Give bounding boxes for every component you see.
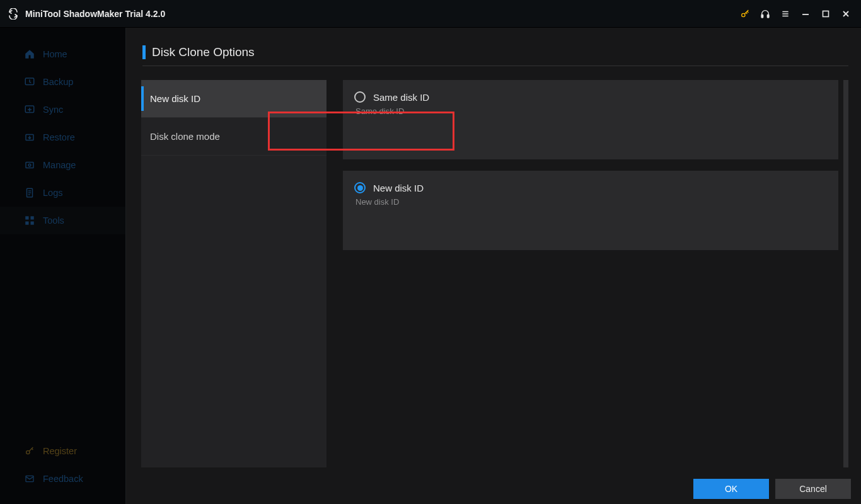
sidebar-item-home[interactable]: Home xyxy=(0,40,125,68)
headphones-icon[interactable] xyxy=(755,5,775,23)
manage-icon xyxy=(24,159,35,171)
sidebar-item-label: Restore xyxy=(43,132,75,142)
sidebar-item-restore[interactable]: Restore xyxy=(0,123,125,151)
option-description: New disk ID xyxy=(355,197,827,207)
key-icon[interactable] xyxy=(735,5,755,23)
backup-icon xyxy=(24,76,35,88)
sidebar-item-register[interactable]: Register xyxy=(0,437,125,465)
sidebar-item-label: Feedback xyxy=(43,474,83,484)
key-icon xyxy=(24,445,35,457)
radio-icon[interactable] xyxy=(354,182,366,193)
option-description: Same disk ID xyxy=(355,106,827,116)
title-bar: MiniTool ShadowMaker Trial 4.2.0 xyxy=(0,0,861,28)
ok-button[interactable]: OK xyxy=(693,479,769,499)
sidebar-item-backup[interactable]: Backup xyxy=(0,68,125,96)
sidebar-item-tools[interactable]: Tools xyxy=(0,207,125,234)
sidebar-item-label: Logs xyxy=(43,188,62,198)
sidebar-item-label: Backup xyxy=(43,77,73,87)
page-header: Disk Clone Options xyxy=(142,45,848,66)
sidebar-item-logs[interactable]: Logs xyxy=(0,179,125,207)
sidebar-item-label: Home xyxy=(43,49,67,59)
options-tab-list: New disk ID Disk clone mode xyxy=(141,80,326,467)
tab-label: Disk clone mode xyxy=(150,131,220,142)
main-content: Disk Clone Options New disk ID Disk clon… xyxy=(126,28,861,504)
svg-point-15 xyxy=(26,450,30,454)
sidebar-item-manage[interactable]: Manage xyxy=(0,151,125,179)
tab-new-disk-id[interactable]: New disk ID xyxy=(141,80,326,118)
option-new-disk-id[interactable]: New disk ID New disk ID xyxy=(343,171,838,250)
restore-icon xyxy=(24,132,35,143)
menu-icon[interactable] xyxy=(775,5,795,23)
tab-disk-clone-mode[interactable]: Disk clone mode xyxy=(141,118,326,156)
sync-icon xyxy=(24,104,35,115)
app-title: MiniTool ShadowMaker Trial 4.2.0 xyxy=(25,9,165,19)
sidebar-item-sync[interactable]: Sync xyxy=(0,96,125,123)
svg-rect-12 xyxy=(31,216,34,219)
sidebar-item-label: Sync xyxy=(43,105,63,115)
close-button[interactable] xyxy=(836,5,856,23)
svg-rect-2 xyxy=(767,14,769,18)
home-icon xyxy=(24,49,35,60)
tools-icon xyxy=(24,215,35,226)
app-logo-icon xyxy=(6,7,20,21)
dialog-footer: OK Cancel xyxy=(126,474,861,504)
svg-point-0 xyxy=(742,13,745,16)
sidebar: Home Backup Sync Restore Manage xyxy=(0,28,126,504)
cancel-button[interactable]: Cancel xyxy=(775,479,851,499)
svg-rect-3 xyxy=(802,14,809,15)
sidebar-item-label: Register xyxy=(43,446,77,456)
svg-rect-1 xyxy=(761,14,763,18)
app-window: MiniTool ShadowMaker Trial 4.2.0 Home xyxy=(0,0,861,504)
radio-icon[interactable] xyxy=(354,91,366,103)
logs-icon xyxy=(24,187,35,198)
options-panel: Same disk ID Same disk ID New disk ID Ne… xyxy=(343,80,848,467)
svg-rect-8 xyxy=(26,163,33,168)
svg-rect-11 xyxy=(25,216,28,219)
minimize-button[interactable] xyxy=(795,5,816,23)
title-accent-bar xyxy=(142,45,146,59)
maximize-button[interactable] xyxy=(816,5,836,23)
option-same-disk-id[interactable]: Same disk ID Same disk ID xyxy=(343,80,838,159)
sidebar-item-label: Manage xyxy=(43,160,76,170)
svg-rect-14 xyxy=(31,222,34,225)
mail-icon xyxy=(24,473,35,484)
sidebar-item-feedback[interactable]: Feedback xyxy=(0,465,125,493)
svg-point-9 xyxy=(28,164,31,166)
option-title: Same disk ID xyxy=(373,92,429,103)
tab-label: New disk ID xyxy=(150,93,200,104)
svg-rect-4 xyxy=(823,11,829,16)
page-title: Disk Clone Options xyxy=(152,45,255,59)
svg-rect-13 xyxy=(25,222,28,225)
scrollbar[interactable] xyxy=(843,80,848,467)
option-title: New disk ID xyxy=(373,183,424,193)
sidebar-item-label: Tools xyxy=(43,215,64,226)
